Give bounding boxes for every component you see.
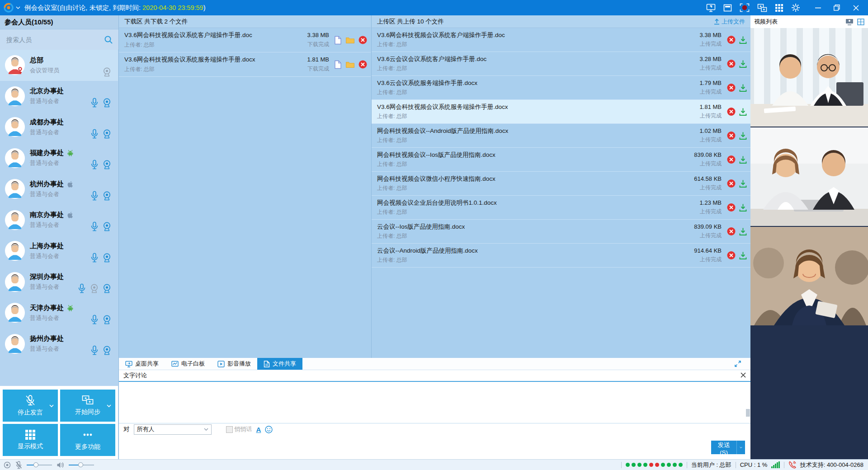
upload-file-row[interactable]: 网会科技视频会议微信小程序快速指南.docx 上传者: 总部 614.58 KB… [372,172,750,196]
whisper-option[interactable]: 悄悄话 [226,425,252,433]
chat-scrollbar-thumb[interactable] [746,409,750,417]
participant-row[interactable]: 杭州办事处 普通与会者 [0,174,118,205]
record-icon[interactable] [740,3,750,12]
camera-icon[interactable] [102,221,112,231]
download-icon[interactable] [739,84,747,92]
mic-icon[interactable] [77,283,86,293]
camera-icon[interactable] [102,160,112,169]
delete-icon[interactable] [727,84,736,92]
video-tile[interactable] [750,227,868,325]
upload-file-row[interactable]: 云会议--Ios版产品使用指南.docx 上传者: 总部 839.09 KB 上… [372,220,750,244]
settings-gear-icon[interactable] [791,3,800,12]
delete-icon[interactable] [727,203,736,212]
whisper-checkbox[interactable] [226,426,233,433]
download-icon[interactable] [739,108,747,116]
emoji-button[interactable] [265,426,273,433]
share-tab[interactable]: 电子白板 [165,358,211,370]
dropdown-caret-icon[interactable] [49,404,54,407]
camera-disabled-icon[interactable] [102,67,112,77]
participant-row[interactable]: 福建办事处 普通与会者 [0,143,118,174]
control-button[interactable]: 更多功能 [60,424,115,456]
dropdown-caret-icon[interactable] [107,404,111,407]
camera-icon[interactable] [102,315,112,324]
minimize-button[interactable] [808,0,827,15]
recipient-select[interactable]: 所有人 [134,424,212,435]
camera-icon[interactable] [102,253,112,263]
video-device-icon[interactable] [845,19,854,25]
screen-share-icon[interactable] [706,4,716,12]
expand-icon[interactable] [734,360,741,367]
mic-icon[interactable] [90,160,99,169]
mic-icon[interactable] [90,253,99,263]
camera-icon[interactable] [102,191,112,201]
camera-icon[interactable] [102,129,112,139]
camera-disabled-icon[interactable] [90,283,99,293]
mic-muted-icon[interactable] [15,461,22,469]
video-layout-icon[interactable] [857,19,864,25]
mic-icon[interactable] [90,191,99,201]
mic-volume-slider[interactable] [27,462,52,468]
open-folder-icon[interactable] [345,36,355,44]
delete-icon[interactable] [727,36,736,44]
mic-icon[interactable] [90,129,99,139]
camera-icon[interactable] [102,98,112,108]
participant-row[interactable]: 扬州办事处 普通与会者 [0,329,118,360]
delete-icon[interactable] [727,108,736,116]
search-input[interactable] [5,36,104,44]
download-icon[interactable] [739,227,747,235]
participant-row[interactable]: 成都办事处 普通与会者 [0,112,118,143]
download-file-row[interactable]: V3.6网会科技视频会议系统客户端操作手册.doc 上传者: 总部 3.38 M… [119,28,371,52]
upload-file-row[interactable]: 云会议--Android版产品使用指南.docx 上传者: 总部 914.64 … [372,244,750,268]
participant-row[interactable]: 天津办事处 普通与会者 [0,297,118,329]
send-button[interactable]: 发送(S) [711,441,736,454]
participant-row[interactable]: 上海办事处 普通与会者 [0,235,118,267]
open-folder-icon[interactable] [345,61,355,68]
download-icon[interactable] [739,132,747,140]
layout-grid-icon[interactable] [775,4,783,12]
camera-icon[interactable] [102,283,112,293]
upload-file-button[interactable]: 上传文件 [714,18,745,26]
share-tab[interactable]: 桌面共享 [119,358,165,370]
title-menu-chevron-icon[interactable] [15,6,21,9]
mic-icon[interactable] [90,98,99,108]
mic-icon[interactable] [90,345,99,355]
sync-windows-icon[interactable] [757,4,767,12]
share-tab[interactable]: 文件共享 [257,358,302,370]
window-mode-icon[interactable] [723,4,732,12]
participant-row[interactable]: 深圳办事处 普通与会者 [0,267,118,298]
search-icon[interactable] [104,35,113,44]
restore-button[interactable] [827,0,846,15]
download-icon[interactable] [739,179,747,188]
mic-icon[interactable] [90,315,99,324]
upload-file-row[interactable]: V3.6网会科技视频会议系统客户端操作手册.doc 上传者: 总部 3.38 M… [372,28,750,52]
download-file-row[interactable]: V3.6网会科技视频会议系统服务端操作手册.docx 上传者: 总部 1.81 … [119,52,371,77]
delete-icon[interactable] [727,227,736,236]
control-button[interactable]: 开始同步 [60,390,115,422]
control-button[interactable]: 停止发言 [3,390,58,422]
send-options-button[interactable] [736,441,745,454]
download-icon[interactable] [739,60,747,68]
chat-close-icon[interactable] [741,372,746,378]
open-file-icon[interactable] [334,36,342,45]
delete-icon[interactable] [359,60,367,69]
upload-file-row[interactable]: V3.6云会议系统服务端操作手册.docx 上传者: 总部 1.79 MB 上传… [372,76,750,100]
upload-file-row[interactable]: V3.6网会科技视频会议系统服务端操作手册.docx 上传者: 总部 1.81 … [372,100,750,124]
download-icon[interactable] [739,203,747,212]
speaker-icon[interactable] [57,461,64,469]
close-button[interactable] [846,0,865,15]
download-icon[interactable] [739,155,747,164]
upload-file-row[interactable]: 网会视频会议企业后台使用说明书1.0.1.docx 上传者: 总部 1.23 M… [372,196,750,220]
camera-icon[interactable] [102,345,112,355]
delete-icon[interactable] [359,36,367,44]
video-tile[interactable] [750,28,868,127]
delete-icon[interactable] [727,179,736,188]
font-color-button[interactable]: A [256,426,261,433]
participant-row[interactable]: 总部 会议管理员 [0,50,118,81]
control-button[interactable]: 显示模式 [3,424,58,456]
upload-file-row[interactable]: 网会科技视频会议--Android版产品使用指南.docx 上传者: 总部 1.… [372,124,750,148]
delete-icon[interactable] [727,155,736,164]
download-icon[interactable] [739,36,747,44]
video-tile[interactable] [750,127,868,226]
share-tab[interactable]: 影音播放 [211,358,257,370]
delete-icon[interactable] [727,60,736,68]
